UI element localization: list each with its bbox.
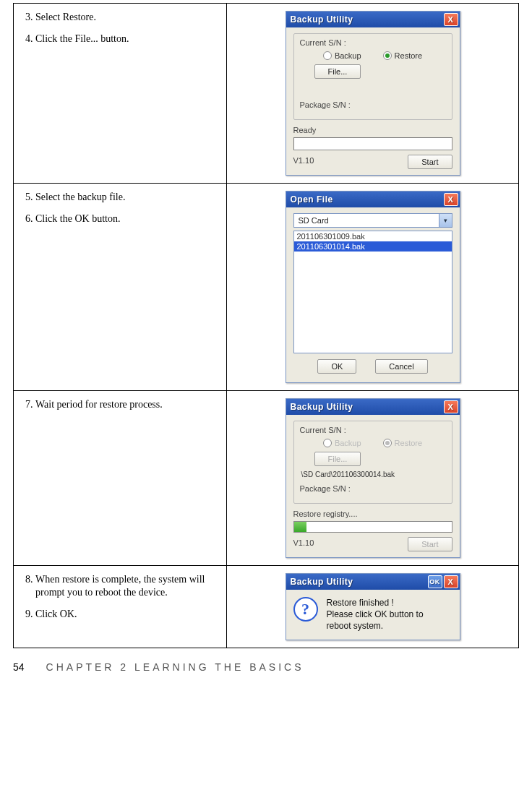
file-button: File... xyxy=(314,452,361,466)
package-sn-label: Package S/N : xyxy=(300,100,446,109)
step-cell-4: When restore is complete, the system wil… xyxy=(14,566,227,648)
backup-utility-dialog-progress: Backup Utility X Current S/N : Backup Re… xyxy=(286,398,460,558)
radio-backup: Backup xyxy=(323,439,361,447)
step-6: Click the OK button. xyxy=(35,212,220,225)
drive-select[interactable]: SD Card ▾ xyxy=(293,213,452,228)
package-sn-label: Package S/N : xyxy=(300,484,446,493)
ok-button[interactable]: OK xyxy=(317,359,356,374)
close-icon[interactable]: X xyxy=(444,400,458,413)
radio-restore[interactable]: Restore xyxy=(383,51,423,60)
chevron-down-icon[interactable]: ▾ xyxy=(439,214,452,227)
file-path: \SD Card\201106300014.bak xyxy=(301,470,446,478)
step-cell-2: Select the backup file. Click the OK but… xyxy=(14,184,227,391)
radio-restore-label: Restore xyxy=(395,51,423,60)
start-button: Start xyxy=(408,537,452,551)
current-sn-label: Current S/N : xyxy=(300,38,446,47)
step-cell-1: Select Restore. Click the File... button… xyxy=(14,4,227,184)
radio-backup-label: Backup xyxy=(335,51,361,60)
step-8: When restore is complete, the system wil… xyxy=(35,573,220,599)
cancel-button[interactable]: Cancel xyxy=(375,359,427,374)
status-field xyxy=(293,137,452,150)
message-text: Restore finished ! Please click OK butto… xyxy=(327,597,424,632)
version-label: V1.10 xyxy=(293,156,314,165)
status-label: Restore registry.... xyxy=(293,510,452,518)
page-footer: 54CHAPTER 2 LEARNING THE BASICS xyxy=(13,661,519,673)
step-4: Click the File... button. xyxy=(35,33,220,46)
list-item[interactable]: 201106301014.bak xyxy=(294,241,452,252)
msg-line-3: reboot system. xyxy=(327,620,424,632)
page-number: 54 xyxy=(13,661,25,673)
progress-bar xyxy=(293,521,452,533)
question-icon: ? xyxy=(293,597,318,622)
close-icon[interactable]: X xyxy=(444,13,458,26)
screenshot-cell-3: Backup Utility X Current S/N : Backup Re… xyxy=(227,391,519,566)
dialog-title: Open File xyxy=(291,194,442,205)
dialog-title: Backup Utility xyxy=(291,577,426,587)
msg-line-1: Restore finished ! xyxy=(327,597,424,609)
dialog-title: Backup Utility xyxy=(291,402,442,412)
step-9: Click OK. xyxy=(35,608,220,621)
radio-backup[interactable]: Backup xyxy=(323,51,361,60)
file-listbox[interactable]: 201106301009.bak 201106301014.bak xyxy=(293,231,452,353)
backup-utility-dialog: Backup Utility X Current S/N : Backup Re… xyxy=(286,11,460,176)
file-button[interactable]: File... xyxy=(314,64,361,79)
close-icon[interactable]: X xyxy=(444,193,458,206)
radio-backup-label: Backup xyxy=(335,439,361,447)
screenshot-cell-1: Backup Utility X Current S/N : Backup Re… xyxy=(227,4,519,184)
radio-restore-label: Restore xyxy=(395,439,423,447)
step-7: Wait period for restore process. xyxy=(35,398,220,411)
msg-line-2: Please click OK button to xyxy=(327,609,424,620)
progress-fill xyxy=(294,522,306,532)
version-label: V1.10 xyxy=(293,538,314,547)
screenshot-cell-2: Open File X SD Card ▾ 201106301009.bak 2… xyxy=(227,184,519,391)
current-sn-label: Current S/N : xyxy=(300,426,446,434)
close-icon[interactable]: X xyxy=(444,575,458,588)
status-label: Ready xyxy=(293,126,452,134)
list-item[interactable]: 201106301009.bak xyxy=(294,231,452,241)
step-5: Select the backup file. xyxy=(35,191,220,204)
start-button[interactable]: Start xyxy=(408,155,452,169)
step-3: Select Restore. xyxy=(35,11,220,24)
ok-titlebar-button[interactable]: OK xyxy=(428,575,442,588)
radio-restore: Restore xyxy=(383,439,423,447)
open-file-dialog: Open File X SD Card ▾ 201106301009.bak 2… xyxy=(286,191,460,383)
screenshot-cell-4: Backup Utility OK X ? Restore finished !… xyxy=(227,566,519,648)
restore-finished-dialog: Backup Utility OK X ? Restore finished !… xyxy=(286,573,460,640)
dialog-title: Backup Utility xyxy=(291,14,442,25)
chapter-title: CHAPTER 2 LEARNING THE BASICS xyxy=(46,661,304,673)
step-cell-3: Wait period for restore process. xyxy=(14,391,227,566)
drive-select-value: SD Card xyxy=(294,216,439,225)
